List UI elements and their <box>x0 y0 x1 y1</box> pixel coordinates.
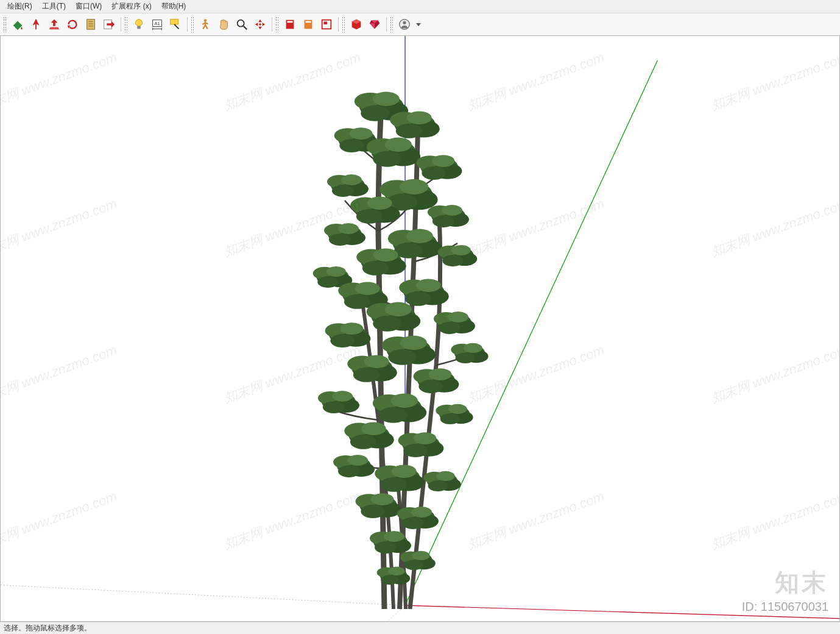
watermark-text: 知末网 www.znzmo.com <box>0 194 119 261</box>
toolbar-separator <box>272 17 272 32</box>
layout-button[interactable] <box>317 15 336 34</box>
toolbar-grip[interactable] <box>191 16 194 32</box>
dimension-text-button[interactable]: A1 <box>148 15 166 34</box>
svg-point-12 <box>238 20 244 27</box>
ruby-button[interactable] <box>365 15 384 34</box>
book-orange-icon <box>302 18 315 31</box>
svg-line-26 <box>405 605 839 619</box>
export-button[interactable] <box>100 15 118 34</box>
menu-window[interactable]: 窗口(W) <box>71 0 107 13</box>
toolbar: A1 <box>0 13 840 35</box>
component-button[interactable] <box>347 15 365 34</box>
toolbar-separator <box>386 17 387 32</box>
watermark-text: 知末网 www.znzmo.com <box>465 341 607 407</box>
status-hint: 选择。拖动鼠标选择多项。 <box>4 623 91 633</box>
watermark-text: 知末网 www.znzmo.com <box>708 194 840 261</box>
callout-button[interactable] <box>166 15 185 34</box>
watermark-logo: 知末 <box>775 566 828 599</box>
layout-icon <box>320 18 333 31</box>
svg-rect-16 <box>305 21 311 23</box>
watermark-id: ID: 1150670031 <box>742 600 828 614</box>
axis-lines <box>1 36 839 621</box>
toolbar-separator <box>187 17 188 32</box>
toolbar-grip[interactable] <box>342 16 345 32</box>
watermark-text: 知末网 www.znzmo.com <box>221 194 363 261</box>
svg-point-21 <box>403 21 406 25</box>
zoom-extents-icon <box>253 18 267 31</box>
dimension-text-icon: A1 <box>150 18 164 31</box>
book-red-button[interactable] <box>281 15 299 34</box>
user-button[interactable] <box>395 15 414 34</box>
menu-help[interactable]: 帮助(H) <box>157 0 191 13</box>
svg-text:A1: A1 <box>154 21 160 26</box>
watermark-text: 知末网 www.znzmo.com <box>465 487 607 554</box>
menu-tools[interactable]: 工具(T) <box>37 0 71 13</box>
svg-rect-15 <box>287 21 292 23</box>
hand-button[interactable] <box>214 15 233 34</box>
book-orange-button[interactable] <box>299 15 317 34</box>
zoom-extents-button[interactable] <box>251 15 269 34</box>
svg-point-14 <box>259 23 261 26</box>
watermark-text: 知末网 www.znzmo.com <box>221 48 363 115</box>
survey-icon <box>29 18 43 31</box>
svg-line-22 <box>1 583 405 605</box>
place-icon <box>48 18 61 31</box>
walk-icon <box>199 18 212 31</box>
svg-rect-7 <box>137 26 141 29</box>
export-icon <box>102 18 116 31</box>
magnify-button[interactable] <box>233 15 251 34</box>
place-button[interactable] <box>45 15 63 34</box>
book-red-icon <box>283 18 297 31</box>
survey-button[interactable] <box>27 15 45 34</box>
callout-icon <box>169 18 182 31</box>
svg-rect-1 <box>87 20 95 30</box>
svg-rect-10 <box>171 20 178 24</box>
user-icon <box>398 18 411 31</box>
paint-bucket-button[interactable] <box>9 15 27 34</box>
walk-button[interactable] <box>196 15 214 34</box>
svg-line-13 <box>244 26 247 30</box>
rotate-sync-button[interactable] <box>63 15 82 34</box>
status-bar: 选择。拖动鼠标选择多项。 <box>0 622 840 634</box>
watermark-text: 知末网 www.znzmo.com <box>0 341 119 407</box>
watermark-text: 知末网 www.znzmo.com <box>221 341 363 407</box>
svg-point-11 <box>204 19 207 22</box>
watermark-text: 知末网 www.znzmo.com <box>0 48 119 115</box>
toolbar-grip[interactable] <box>275 16 279 32</box>
lightbulb-button[interactable] <box>130 15 148 34</box>
svg-line-23 <box>329 605 405 621</box>
toolbar-grip[interactable] <box>390 16 394 32</box>
watermark-text: 知末网 www.znzmo.com <box>221 487 363 554</box>
paint-bucket-icon <box>11 18 24 31</box>
menu-extensions[interactable]: 扩展程序 (x) <box>107 0 156 13</box>
toolbar-grip[interactable] <box>3 16 7 32</box>
notebook-button[interactable] <box>82 15 100 34</box>
user-dropdown-button[interactable] <box>414 15 423 34</box>
svg-rect-0 <box>35 24 37 29</box>
svg-rect-19 <box>323 21 327 24</box>
watermark-text: 知末网 www.znzmo.com <box>708 341 840 407</box>
hand-icon <box>217 18 230 31</box>
lightbulb-icon <box>132 18 146 31</box>
menu-bar: 绘图(R) 工具(T) 窗口(W) 扩展程序 (x) 帮助(H) <box>0 0 840 13</box>
component-icon <box>350 18 363 31</box>
watermark-text: 知末网 www.znzmo.com <box>0 487 119 554</box>
watermark-text: 知末网 www.znzmo.com <box>708 48 840 115</box>
watermark-text: 知末网 www.znzmo.com <box>465 48 607 115</box>
chevron-down-icon <box>415 21 422 27</box>
watermark-text: 知末网 www.znzmo.com <box>465 194 607 261</box>
rotate-sync-icon <box>66 18 79 31</box>
svg-line-25 <box>405 60 657 605</box>
svg-point-6 <box>136 20 143 26</box>
magnify-icon <box>235 18 249 31</box>
viewport[interactable]: 知末网 www.znzmo.com 知末网 www.znzmo.com 知末网 … <box>0 35 840 622</box>
tree-model[interactable] <box>287 79 518 615</box>
toolbar-separator <box>121 17 121 32</box>
menu-view[interactable]: 绘图(R) <box>2 0 37 13</box>
ruby-icon <box>368 18 381 31</box>
notebook-icon <box>84 18 97 31</box>
toolbar-separator <box>338 17 339 32</box>
toolbar-grip[interactable] <box>124 16 128 32</box>
watermark-text: 知末网 www.znzmo.com <box>708 487 840 554</box>
